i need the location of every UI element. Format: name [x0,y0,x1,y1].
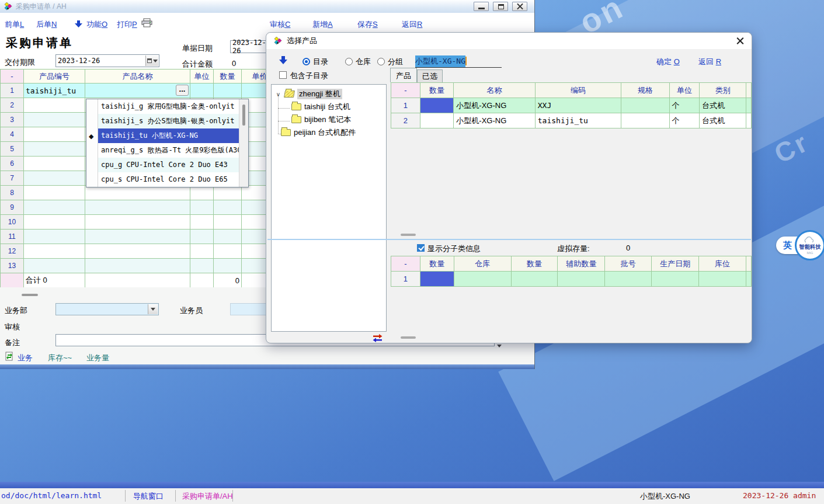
stock-cell[interactable] [454,272,511,287]
product-name-cell[interactable]: ... [85,84,190,98]
row-number[interactable]: 11 [1,230,24,244]
product-code-cell[interactable]: taishiji_tu [24,84,85,98]
menu-item-save[interactable]: 保存S [357,19,378,30]
product-code-cell[interactable] [24,171,85,186]
table-row[interactable]: 1小型机-XG-NGXXJ个台式机 [391,98,752,113]
chevron-down-icon[interactable]: ∨ [275,91,281,98]
delivery-date-field[interactable]: 2023-12-26 [55,54,159,67]
row-number[interactable]: 3 [1,113,24,127]
row-number[interactable]: 8 [1,186,24,200]
include-subdirectory-label[interactable]: 包含子目录 [290,71,328,81]
show-subclass-label[interactable]: 显示分子类信息 [427,244,481,254]
tree-node[interactable]: ∨zhengji 整机 [272,88,386,100]
row-number[interactable]: 9 [1,200,24,215]
unit-cell[interactable]: 个 [669,113,700,128]
product-code-cell[interactable] [24,230,85,244]
tree-node-label[interactable]: zhengji 整机 [297,89,342,99]
brand-logo[interactable]: 智能科技 MiG [795,230,824,260]
radio-group-label[interactable]: 分组 [388,57,403,67]
unit-cell[interactable] [190,200,214,215]
return-button[interactable]: 返回 R [698,57,721,67]
dropdown-scrollbar[interactable] [239,99,248,187]
product-name-cell[interactable] [85,244,190,259]
product-name-cell[interactable] [85,215,190,230]
stock-cell[interactable] [605,272,652,287]
product-code-cell[interactable] [24,98,85,113]
product-code-cell[interactable] [24,215,85,230]
table-row[interactable]: 2小型机-XG-NGtaishiji_tu个台式机 [391,113,752,128]
radio-group[interactable] [377,58,385,65]
product-code-cell[interactable] [24,200,85,215]
qty-cell[interactable] [214,230,242,244]
tab-business[interactable]: 业务 [18,353,33,363]
down-arrow-button[interactable] [279,56,287,64]
qty-cell[interactable] [214,259,242,273]
spec-cell[interactable] [621,113,669,128]
row-number[interactable]: 4 [1,127,24,142]
swap-panels-icon[interactable] [373,334,383,342]
radio-catalog-label[interactable]: 目录 [313,57,328,67]
tree-node[interactable]: taishiji 台式机 [272,100,386,113]
ok-button[interactable]: 确定 O [656,57,680,67]
qty-cell[interactable] [214,186,242,200]
product-name-cell[interactable] [85,230,190,244]
category-cell[interactable]: 台式机 [700,113,746,128]
row-number[interactable]: 13 [1,259,24,273]
menu-item-return[interactable]: 返回R [402,19,422,30]
dropdown-item[interactable]: taishiji_g 家用G型电脑-金奥-onlyit [98,99,239,114]
include-subdirectory-checkbox[interactable] [279,71,287,79]
tab-selected[interactable]: 已选 [417,69,443,82]
radio-warehouse[interactable] [345,58,353,65]
tree-node-label[interactable]: taishiji 台式机 [304,102,350,112]
table-row[interactable]: 1 [391,272,752,287]
qty-cell[interactable] [214,200,242,215]
name-cell[interactable]: 小型机-XG-NG [454,98,535,113]
product-code-cell[interactable] [24,259,85,273]
stock-cell[interactable] [699,272,746,287]
row-number[interactable]: 1 [391,272,420,287]
tree-node[interactable]: peijian 台式机配件 [272,126,386,139]
calendar-dropdown-button[interactable] [145,55,158,66]
unit-cell[interactable] [190,230,214,244]
close-button[interactable] [512,2,527,11]
qty-cell[interactable] [420,113,454,128]
qty-cell[interactable] [214,244,242,259]
row-number[interactable]: 7 [1,171,24,186]
unit-cell[interactable] [190,84,214,98]
row-number[interactable]: 12 [1,244,24,259]
row-number[interactable]: 2 [391,113,420,128]
scrollbar-thumb[interactable] [242,105,245,126]
status-nav-window[interactable]: 导航窗口 [133,491,164,502]
dropdown-item[interactable]: taishiji_tu 小型机-XG-NG [98,128,239,143]
tree-node[interactable]: bijiben 笔记本 [272,113,386,126]
qty-cell[interactable] [420,98,454,113]
qty-cell[interactable] [214,84,242,98]
row-number[interactable]: 10 [1,215,24,230]
splitter-handle[interactable] [401,336,416,339]
stock-cell[interactable] [511,272,558,287]
category-cell[interactable]: 台式机 [700,98,746,113]
menu-item-new[interactable]: 新增A [312,19,333,30]
tree-node-label[interactable]: peijian 台式机配件 [294,127,356,138]
menu-item-prev-doc[interactable]: 前单L [5,19,24,30]
product-code-cell[interactable] [24,142,85,157]
product-code-cell[interactable] [24,186,85,200]
product-code-cell[interactable] [24,244,85,259]
product-name-cell[interactable] [85,200,190,215]
restore-button[interactable] [493,2,508,11]
ime-mode-indicator[interactable]: 英 [783,240,792,251]
product-search-input[interactable]: 小型机-XG-NG [415,55,502,68]
splitter-handle[interactable] [401,234,416,236]
product-code-cell[interactable] [24,113,85,127]
spec-cell[interactable] [621,98,669,113]
dropdown-item[interactable]: cpu_g CPU-Intel Core 2 Duo E43 [98,158,239,172]
row-number[interactable]: 6 [1,157,24,171]
unit-cell[interactable] [190,244,214,259]
row-number[interactable]: 5 [1,142,24,157]
stock-cell[interactable] [652,272,699,287]
status-file-path[interactable]: od/doc/html/learn.html [1,491,102,500]
row-number[interactable]: 1 [1,84,24,98]
tab-inventory[interactable]: 库存~~ [48,353,72,363]
menu-item-audit[interactable]: 审核C [270,19,290,30]
code-cell[interactable]: XXJ [535,98,621,113]
